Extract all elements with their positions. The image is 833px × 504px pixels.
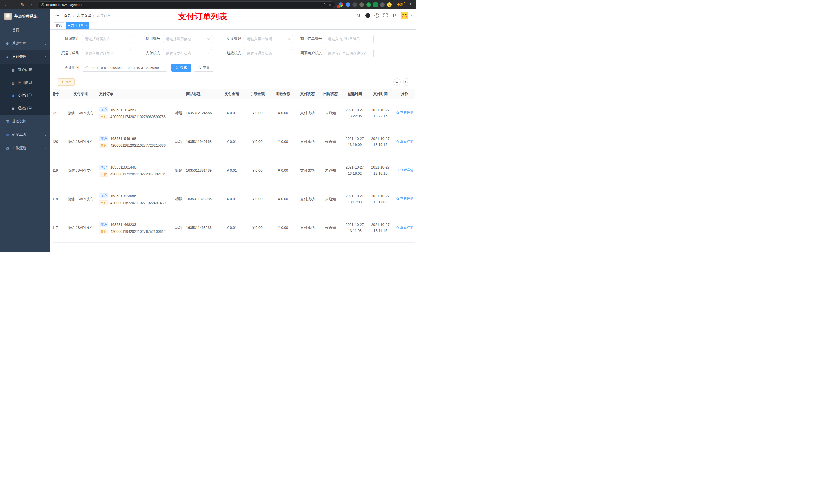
table-row: 120微信 JSAPI 支付商户1635311949168支付420000118…	[52, 127, 415, 156]
extensions-pin-icon[interactable]	[380, 2, 385, 7]
pay-order-cell: 商户1635311468233支付42000011942021102767521…	[96, 214, 168, 242]
bookmark-star-icon[interactable]: ☆	[329, 3, 332, 7]
extension-icon[interactable]	[353, 2, 357, 7]
sidebar-item-app-info[interactable]: ▦ 应用信息	[0, 76, 50, 89]
sidebar-item-refund-order[interactable]: ▣ 退款订单	[0, 102, 50, 115]
tab-home[interactable]: 首页	[53, 22, 64, 29]
merchant-order-no-input[interactable]	[328, 37, 371, 41]
pay-time-cell: 2021-10-2713:18:10	[367, 156, 393, 185]
extension-icon[interactable]	[346, 2, 350, 7]
sidebar-item-pay-order[interactable]: ◉ 支付订单	[0, 89, 50, 102]
browser-back-button[interactable]: ←	[3, 2, 9, 8]
sidebar-item-label: 系统管理	[12, 41, 45, 46]
sidebar-item-label: 支付管理	[12, 54, 45, 59]
merchant-tag: 商户	[99, 107, 109, 113]
view-detail-link[interactable]: 查看详情	[396, 110, 413, 116]
help-icon[interactable]: ?	[375, 13, 379, 18]
toggle-search-icon[interactable]	[394, 78, 401, 86]
refund-amount-cell: ¥ 0.00	[270, 156, 296, 185]
merchant-tag: 商户	[99, 222, 109, 227]
chevron-down-icon: ∨	[44, 42, 47, 45]
sidebar-item-merchant-info[interactable]: ▤ 商户信息	[0, 64, 50, 76]
refresh-icon[interactable]	[403, 78, 410, 86]
chevron-down-icon: ∨	[44, 147, 47, 149]
share-icon[interactable]	[323, 3, 327, 6]
notify-status-cell: 未通知	[319, 156, 342, 185]
extension-icon[interactable]	[359, 2, 364, 7]
browser-home-button[interactable]: ⌂	[28, 2, 34, 8]
view-detail-link[interactable]: 查看详情	[396, 167, 413, 173]
notify-status-select: ∨	[325, 49, 374, 57]
filter-label: 回调商户状态	[300, 51, 325, 55]
product-title-cell: 标题：1635312124656	[168, 99, 219, 127]
channel-order-no-input[interactable]	[85, 51, 128, 55]
reset-button[interactable]: 重置	[194, 64, 214, 72]
refund-status-select: ∨	[244, 49, 293, 57]
merchant-input[interactable]	[85, 37, 128, 41]
browser-profile-avatar[interactable]	[387, 2, 392, 7]
filter-merchant: 所属商户	[56, 35, 131, 43]
github-icon[interactable]	[365, 13, 370, 18]
col-header-fee: 手续金额	[245, 89, 270, 99]
pay-status-cell	[296, 242, 319, 252]
browser-update-button[interactable]: 更新	[395, 2, 405, 8]
user-avatar[interactable]	[401, 11, 408, 19]
chevron-down-icon: ∨	[44, 134, 47, 136]
sidebar-item-system[interactable]: ⚙ 系统管理 ∨	[0, 37, 50, 50]
fullscreen-icon[interactable]	[383, 13, 388, 18]
filter-notify-status: 回调商户状态 ∨	[300, 49, 374, 57]
channel-code-input[interactable]	[247, 37, 290, 41]
export-button[interactable]: 导出	[57, 78, 74, 86]
sidebar-item-payment[interactable]: ¥ 支付管理 ∧	[0, 50, 50, 64]
sidebar-item-dev-tools[interactable]: ▥ 研发工具 ∨	[0, 128, 50, 141]
col-header-id: 编号	[52, 89, 65, 99]
browser-reload-button[interactable]: ↻	[20, 2, 26, 8]
gear-icon: ⚙	[5, 42, 10, 46]
close-icon[interactable]: ×	[85, 24, 87, 27]
view-detail-link[interactable]: 查看详情	[396, 224, 413, 230]
refund-status-input[interactable]	[247, 51, 290, 55]
breadcrumb-home[interactable]: 首页	[64, 13, 71, 18]
avatar-caret-icon[interactable]: ▾	[411, 14, 412, 17]
chevron-down-icon: ∨	[288, 38, 291, 41]
search-button[interactable]: 搜索	[171, 64, 191, 72]
table-row: 121微信 JSAPI 支付商户1635312124657支付420000117…	[52, 99, 415, 127]
product-title-cell: 标题：1635311881439	[168, 156, 219, 185]
sidebar-item-workflow[interactable]: ▧ 工作流程 ∨	[0, 141, 50, 155]
pay-status-cell: 支付成功	[296, 99, 319, 127]
browser-menu-icon[interactable]: ⋮	[407, 2, 413, 7]
sidebar-item-home[interactable]: ◔ 首页	[0, 24, 50, 37]
dashboard-icon: ◔	[5, 28, 10, 32]
pay-amount-cell: ¥ 0.01	[219, 99, 245, 127]
extension-icon[interactable]: 10	[339, 2, 343, 7]
pay-time-cell: 2021-10-2713:17:08	[367, 185, 393, 214]
font-size-icon[interactable]: TT	[392, 13, 396, 18]
page-content: 所属商户 应用编号 ∨ 渠道编码 ∨	[50, 30, 416, 252]
product-title-cell: 标题：1635311468233	[168, 214, 219, 242]
extension-icon[interactable]: ✓	[366, 2, 371, 7]
header-search-icon[interactable]	[356, 13, 361, 18]
breadcrumb: 首页 / 支付管理 / 支付订单	[64, 13, 111, 18]
pay-channel-cell	[65, 242, 96, 252]
breadcrumb-pay[interactable]: 支付管理	[77, 13, 91, 18]
sidebar-item-infrastructure[interactable]: ◫ 基础设施 ∨	[0, 115, 50, 128]
sidebar-fold-icon[interactable]	[54, 13, 60, 18]
table-header-row: 编号 支付渠道 支付订单 商品标题 支付金额 手续金额 退款金额 支付状态 回调…	[52, 89, 415, 99]
action-cell: 查看详情	[393, 156, 415, 185]
tab-pay-order[interactable]: 支付订单 ×	[66, 22, 89, 29]
payment-submenu: ▤ 商户信息 ▦ 应用信息 ◉ 支付订单 ▣ 退款订单	[0, 64, 50, 115]
view-detail-link[interactable]: 查看详情	[396, 196, 413, 201]
create-time-range-picker[interactable]: 2021-10-01 00:00:00 - 2021-10-31 23:59:5…	[82, 64, 167, 72]
channel-pay-no: 4200001174202110278060590766	[111, 115, 166, 119]
view-detail-link[interactable]: 查看详情	[396, 139, 413, 144]
col-header-amount: 支付金额	[219, 89, 245, 99]
pay-status-input[interactable]	[166, 51, 209, 55]
browser-forward-button[interactable]: →	[11, 2, 18, 8]
notify-status-input[interactable]	[328, 51, 371, 55]
extension-icon[interactable]	[373, 2, 378, 7]
app-input[interactable]	[166, 37, 209, 41]
filter-label: 支付状态	[138, 51, 163, 55]
fee-amount-cell: ¥ 0.00	[245, 185, 270, 214]
site-info-icon[interactable]: ⓘ	[41, 2, 44, 7]
url-bar[interactable]: ⓘ localhost:1024/pay/order ☆	[38, 1, 335, 8]
